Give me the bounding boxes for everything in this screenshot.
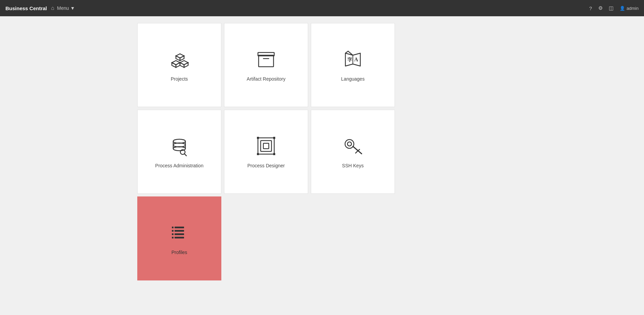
tile-languages[interactable]: A 字 Languages [311,23,395,107]
profiles-icon [168,222,190,244]
navbar-right: ? ⚙ ◫ 👤 admin [589,5,639,11]
process-designer-label: Process Designer [247,163,285,168]
svg-rect-9 [259,55,274,67]
home-icon[interactable]: ⌂ [51,5,55,11]
svg-rect-38 [172,227,174,228]
svg-rect-27 [257,153,259,155]
ssh-keys-icon [342,135,364,157]
process-administration-icon [168,135,190,157]
main-content: Projects Artifact Repository A [0,16,644,287]
ssh-keys-label: SSH Keys [342,163,364,168]
svg-text:A: A [354,57,358,62]
languages-icon: A 字 [342,48,364,70]
artifact-repository-icon [255,48,277,70]
svg-marker-0 [172,61,180,65]
svg-point-29 [345,140,354,148]
svg-marker-6 [180,61,188,65]
profiles-label: Profiles [172,250,187,255]
navbar: Business Central ⌂ Menu ▼ ? ⚙ ◫ 👤 admin [0,0,644,16]
svg-rect-24 [263,143,269,149]
svg-rect-37 [175,237,184,238]
svg-line-21 [184,154,186,156]
process-designer-icon [255,135,277,157]
projects-icon [168,48,190,70]
svg-marker-4 [176,56,180,61]
svg-rect-41 [172,237,174,238]
svg-marker-7 [180,63,184,67]
svg-line-31 [353,146,362,154]
svg-marker-1 [172,63,176,67]
tile-profiles[interactable]: Profiles [137,196,221,280]
svg-rect-26 [273,137,275,139]
user-icon: 👤 [620,6,625,11]
svg-rect-25 [257,137,259,139]
user-menu[interactable]: 👤 admin [620,6,639,11]
svg-marker-2 [176,63,180,67]
artifact-repository-label: Artifact Repository [247,76,285,82]
svg-rect-28 [273,153,275,155]
languages-label: Languages [341,76,364,82]
svg-marker-8 [184,63,188,67]
svg-rect-23 [261,141,271,151]
tile-grid: Projects Artifact Repository A [137,23,644,280]
svg-text:字: 字 [347,57,352,62]
tile-process-administration[interactable]: Process Administration [137,110,221,194]
brand-title: Business Central [5,5,47,11]
menu-dropdown[interactable]: Menu ▼ [57,5,75,11]
tile-artifact-repository[interactable]: Artifact Repository [224,23,308,107]
svg-marker-5 [180,56,184,61]
tile-process-designer[interactable]: Process Designer [224,110,308,194]
extensions-icon[interactable]: ◫ [609,5,613,11]
gear-icon[interactable]: ⚙ [598,5,603,11]
svg-rect-35 [175,230,184,232]
projects-label: Projects [171,76,188,82]
help-icon[interactable]: ? [589,5,592,11]
menu-label: Menu [57,5,69,11]
process-administration-label: Process Administration [155,163,203,168]
svg-rect-39 [172,230,174,232]
user-label: admin [627,6,639,11]
svg-line-33 [356,151,358,153]
svg-rect-34 [175,227,184,228]
svg-point-30 [347,142,351,146]
svg-rect-40 [172,233,174,235]
tile-projects[interactable]: Projects [137,23,221,107]
svg-marker-3 [176,54,184,58]
tile-ssh-keys[interactable]: SSH Keys [311,110,395,194]
svg-rect-36 [175,233,184,235]
chevron-down-icon: ▼ [70,5,75,11]
